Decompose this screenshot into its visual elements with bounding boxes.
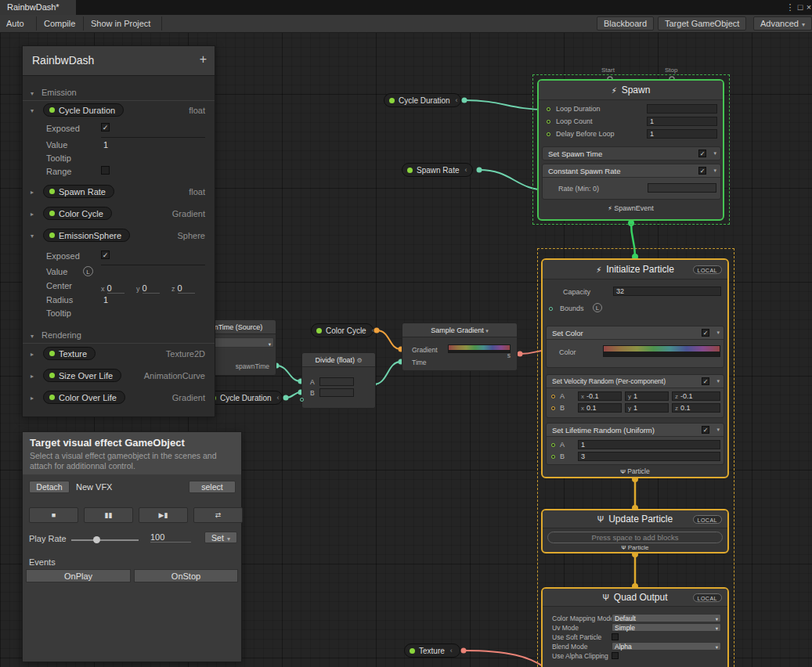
exposed-checkbox[interactable]: ✓: [101, 123, 110, 132]
velocity-b-port[interactable]: [551, 406, 555, 410]
param-node-cycle-duration-2[interactable]: Cycle Duration ‹: [205, 391, 283, 405]
menu-icon[interactable]: ⋮: [785, 2, 795, 13]
window-tab[interactable]: RainbwDash*: [0, 0, 76, 15]
compile-button[interactable]: Compile: [38, 15, 81, 32]
divide-a-field[interactable]: [319, 377, 354, 386]
param-node-texture[interactable]: Texture ‹: [404, 644, 460, 658]
bb-param-cycle-duration[interactable]: Cycle Duration: [43, 103, 124, 117]
update-context-node[interactable]: Ψ Update Particle LOCAL Press space to a…: [541, 509, 729, 553]
alpha-clipping-checkbox[interactable]: [612, 652, 619, 659]
chevron-down-icon[interactable]: ▾: [713, 150, 716, 157]
param-node-spawn-rate[interactable]: Spawn Rate ‹: [402, 163, 473, 177]
stop-button[interactable]: ■: [29, 507, 78, 523]
lifetime-b-field[interactable]: 3: [578, 452, 720, 461]
capacity-field[interactable]: 32: [613, 287, 721, 296]
link-icon[interactable]: L: [83, 266, 93, 276]
chevron-right-icon[interactable]: ▸: [31, 373, 34, 380]
sample-gradient-node[interactable]: Sample Gradient ▾ Gradient Time s: [402, 323, 518, 371]
onstop-button[interactable]: OnStop: [134, 569, 238, 582]
edge-color-cycle-to-sample-gradient[interactable]: [377, 330, 401, 349]
velocity-by-field[interactable]: y1: [625, 403, 669, 413]
loop-count-field[interactable]: 1: [647, 117, 717, 126]
uv-mode-dropdown[interactable]: Simple▾: [612, 623, 721, 632]
color-mapping-dropdown[interactable]: Default▾: [612, 614, 721, 622]
chevron-down-icon[interactable]: ▾: [31, 107, 34, 114]
velocity-ax-field[interactable]: x-0.1: [578, 391, 622, 401]
set-velocity-block[interactable]: Set Velocity Random (Per-component) ✓ ▾ …: [546, 374, 724, 418]
play-rate-slider-track[interactable]: [71, 539, 139, 541]
loop-duration-port[interactable]: [547, 107, 550, 111]
onplay-button[interactable]: OnPlay: [26, 569, 131, 582]
collapse-icon[interactable]: ‹: [372, 326, 374, 334]
chevron-down-icon[interactable]: ▾: [716, 330, 720, 336]
range-checkbox[interactable]: [101, 166, 110, 175]
chevron-down-icon[interactable]: ▾: [716, 378, 720, 384]
spawn-context-node[interactable]: ⚡ Spawn Loop Duration Loop Count 1 Delay…: [537, 79, 724, 221]
velocity-az-field[interactable]: z-0.1: [672, 391, 720, 401]
collapse-icon[interactable]: ‹: [464, 166, 467, 174]
lifetime-a-port[interactable]: [551, 443, 555, 447]
blend-mode-dropdown[interactable]: Alpha▾: [612, 642, 721, 651]
pause-button[interactable]: ▮▮: [84, 507, 133, 523]
center-y-field[interactable]: y0: [136, 280, 160, 294]
set-color-block[interactable]: Set Color ✓ ▾ Color: [546, 326, 724, 368]
chevron-right-icon[interactable]: ▸: [31, 189, 34, 196]
delay-field[interactable]: 1: [647, 129, 717, 139]
value-field[interactable]: 1: [103, 140, 108, 150]
play-rate-value-field[interactable]: 100: [150, 532, 191, 543]
section-emission[interactable]: ▾ Emission: [23, 85, 215, 101]
chevron-down-icon[interactable]: ▾: [31, 90, 34, 97]
divide-node[interactable]: Divide (float) ⚙ A B: [301, 352, 376, 409]
collapse-icon[interactable]: ‹: [277, 394, 280, 402]
color-gradient-field[interactable]: [603, 345, 720, 357]
bb-param-color-cycle[interactable]: Color Cycle: [43, 207, 112, 220]
chevron-right-icon[interactable]: ▸: [31, 351, 34, 358]
chevron-right-icon[interactable]: ▸: [31, 395, 34, 402]
velocity-bz-field[interactable]: z0.1: [672, 403, 720, 413]
chevron-down-icon[interactable]: ▾: [31, 233, 34, 240]
close-icon[interactable]: ×: [804, 2, 812, 12]
chevron-down-icon[interactable]: ▾: [713, 168, 716, 174]
restart-button[interactable]: ⇄: [193, 507, 243, 523]
blackboard-toggle-button[interactable]: Blackboard: [597, 16, 654, 31]
chevron-down-icon[interactable]: ▾: [485, 328, 489, 334]
play-rate-slider-knob[interactable]: [93, 536, 100, 543]
param-node-cycle-duration[interactable]: Cycle Duration ‹: [384, 93, 461, 107]
exposed-checkbox[interactable]: ✓: [101, 251, 110, 259]
step-button[interactable]: ▶▮: [139, 507, 188, 523]
edge-spawntime-to-divide-a[interactable]: [276, 366, 301, 381]
show-in-project-button[interactable]: Show in Project: [85, 15, 157, 32]
velocity-bx-field[interactable]: x0.1: [578, 403, 622, 413]
velocity-ay-field[interactable]: y1: [625, 391, 669, 401]
lifetime-b-port[interactable]: [551, 455, 555, 459]
advanced-dropdown-button[interactable]: Advanced▾: [753, 16, 812, 31]
section-rendering[interactable]: ▾ Rendering: [23, 328, 215, 344]
set-velocity-checkbox[interactable]: ✓: [702, 377, 709, 385]
center-x-field[interactable]: x0: [101, 280, 125, 294]
divide-b-field[interactable]: [319, 388, 354, 397]
quad-output-context-node[interactable]: Ψ Quad Output LOCAL Color Mapping Mode D…: [541, 587, 729, 667]
divide-extra-port[interactable]: [300, 398, 304, 402]
spawn-context-header[interactable]: ⚡ Spawn: [539, 81, 723, 100]
bb-param-emission-sphere[interactable]: EmissionSphere: [43, 229, 130, 242]
set-lifetime-checkbox[interactable]: ✓: [702, 426, 709, 434]
gear-icon[interactable]: ⚙: [356, 357, 362, 364]
constant-spawn-rate-block[interactable]: Constant Spawn Rate ✓ ▾ Rate (Min: 0): [542, 164, 721, 200]
velocity-a-port[interactable]: [551, 395, 555, 398]
bb-param-size-over-life[interactable]: Size Over Life: [43, 369, 121, 382]
radius-field[interactable]: 1: [103, 295, 108, 305]
center-z-field[interactable]: z0: [171, 280, 195, 294]
gradient-preview[interactable]: [448, 344, 511, 353]
delay-before-loop-port[interactable]: [547, 132, 550, 136]
param-node-color-cycle[interactable]: Color Cycle ‹: [311, 323, 374, 337]
constant-spawn-rate-checkbox[interactable]: ✓: [698, 167, 706, 175]
bb-param-color-over-life[interactable]: Color Over Life: [43, 391, 125, 404]
detach-button[interactable]: Detach: [29, 481, 70, 493]
set-spawn-time-block[interactable]: Set Spawn Time ✓ ▾: [542, 146, 721, 160]
set-color-checkbox[interactable]: ✓: [702, 329, 709, 337]
loop-duration-field[interactable]: [647, 104, 717, 114]
add-parameter-button[interactable]: +: [200, 52, 207, 67]
set-lifetime-block[interactable]: Set Lifetime Random (Uniform) ✓ ▾ A 1 B …: [546, 423, 724, 465]
auto-button[interactable]: Auto: [0, 15, 31, 32]
set-spawn-time-checkbox[interactable]: ✓: [698, 150, 706, 157]
